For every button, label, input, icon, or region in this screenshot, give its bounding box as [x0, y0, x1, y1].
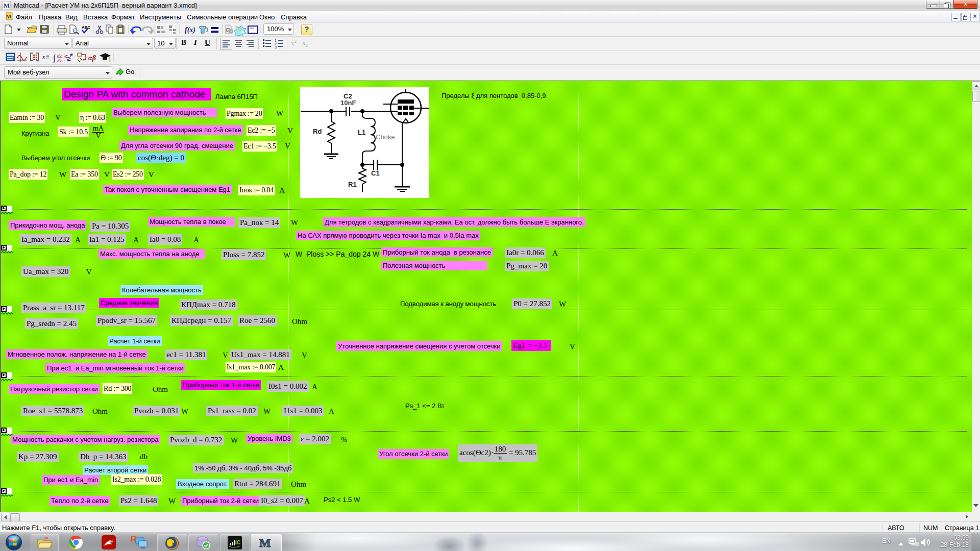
svg-text:Rd: Rd — [313, 128, 322, 135]
svg-text:3: 3 — [275, 45, 277, 48]
svg-text:αβ: αβ — [88, 54, 96, 62]
svg-text:=: = — [46, 54, 50, 61]
svg-text:f(x): f(x) — [185, 26, 195, 34]
svg-text:1: 1 — [275, 39, 277, 42]
svg-text:ABC: ABC — [82, 25, 91, 30]
svg-text:M: M — [259, 536, 271, 549]
svg-text:dx: dx — [57, 58, 62, 63]
svg-text:x: x — [42, 54, 45, 61]
svg-text:≠: ≠ — [70, 52, 73, 58]
svg-text:M: M — [4, 2, 10, 9]
svg-text:10nF: 10nF — [340, 99, 356, 107]
svg-text:Choke: Choke — [376, 133, 395, 141]
svg-text:L1: L1 — [358, 129, 365, 136]
svg-text:C1: C1 — [371, 169, 380, 177]
svg-text:M: M — [6, 13, 12, 19]
svg-text:IC: IC — [235, 540, 240, 545]
svg-text:∫: ∫ — [53, 53, 56, 63]
svg-text:R1: R1 — [348, 181, 357, 188]
